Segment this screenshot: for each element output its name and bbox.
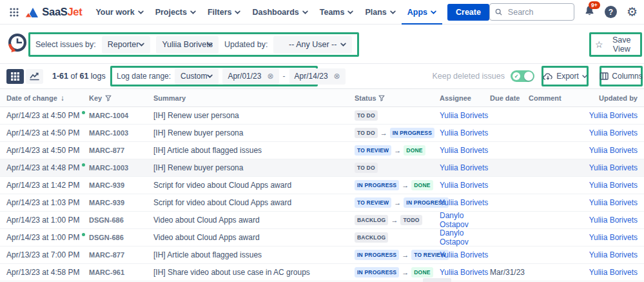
nav-item-apps[interactable]: Apps — [402, 0, 442, 25]
saasjet-logo[interactable]: SaaSJet — [24, 6, 82, 19]
status-cell: TO REVIEW→DONE — [355, 145, 440, 156]
user-selector-dropdown[interactable]: Yuliia Borivets — [156, 36, 219, 54]
chevron-down-icon — [190, 10, 196, 14]
nav-items: Your workProjectsFiltersDashboardsTeamsP… — [90, 0, 442, 25]
status-badge-done: DONE — [411, 267, 433, 277]
assignee-link[interactable]: Yuliia Borivets — [440, 250, 488, 259]
status-badge-done: DONE — [411, 180, 433, 190]
filter-icon[interactable] — [105, 95, 112, 101]
logs-range: 1-61 — [52, 72, 68, 81]
log-table-row[interactable]: Apr/14/23 at 4:50 PMMARC-1004[IH] Renew … — [0, 107, 644, 125]
updated-by-link[interactable]: Yuliia Borivets — [589, 268, 638, 277]
assignee-link[interactable]: Yuliia Borivets — [440, 163, 488, 172]
assignee-cell: Yuliia Borivets — [440, 128, 490, 137]
status-badge-to-do: TO DO — [355, 163, 378, 173]
status-cell: TO DO — [355, 163, 440, 173]
assignee-link[interactable]: Yuliia Borivets — [440, 128, 488, 137]
partial-next-row-badge — [423, 278, 451, 282]
notifications-button[interactable]: 9+ — [584, 5, 595, 19]
nav-item-dashboards[interactable]: Dashboards — [246, 0, 313, 25]
updated-by-link[interactable]: Yuliia Borivets — [589, 198, 638, 207]
column-header-comment[interactable]: Comment — [529, 94, 570, 102]
updated-by-link[interactable]: Yuliia Borivets — [589, 111, 638, 120]
updated-by-link[interactable]: Yuliia Borivets — [589, 233, 638, 242]
updated-by-link[interactable]: Yuliia Borivets — [589, 216, 638, 225]
search-input[interactable] — [507, 7, 569, 17]
status-cell: TO REVIEW→IN PROGRESS — [355, 197, 440, 208]
column-header-date-of-change[interactable]: Date of change↓ — [0, 94, 89, 103]
assignee-link[interactable]: Danylo Ostapov — [440, 228, 469, 247]
assignee-link[interactable]: Yuliia Borivets — [440, 146, 488, 155]
columns-button[interactable]: Columns — [600, 72, 642, 81]
nav-item-teams[interactable]: Teams — [314, 0, 360, 25]
date-from-value: Apr/01/23 — [228, 72, 261, 81]
table-body: Apr/14/23 at 4:50 PMMARC-1004[IH] Renew … — [0, 107, 644, 282]
create-button[interactable]: Create — [447, 4, 489, 21]
column-header-assignee[interactable]: Assignee — [440, 94, 490, 102]
column-header-due-date[interactable]: Due date — [490, 94, 529, 102]
assignee-link[interactable]: Yuliia Borivets — [440, 268, 488, 277]
column-header-key[interactable]: Key — [89, 94, 153, 102]
search-box[interactable] — [489, 3, 574, 21]
status-badge-in-progress: IN PROGRESS — [355, 180, 399, 190]
assignee-link[interactable]: Danylo Ostapov — [440, 211, 469, 229]
settings-gear-icon[interactable]: ⚙ — [627, 6, 638, 18]
log-table-row[interactable]: Apr/13/23 at 4:58 PMMARC-961[IH] Share v… — [0, 264, 644, 281]
help-button[interactable]: ? — [605, 6, 617, 18]
notification-count-badge: 9+ — [589, 1, 600, 10]
nav-item-filters[interactable]: Filters — [202, 0, 247, 25]
updated-by-cell: Yuliia Borivets — [570, 198, 644, 207]
updated-by-link[interactable]: Yuliia Borivets — [589, 146, 638, 155]
app-switcher-icon[interactable] — [6, 4, 21, 21]
date-of-change-cell: Apr/13/23 at 7:00 PM — [0, 250, 89, 259]
date-range-type-dropdown[interactable]: Custom — [175, 68, 219, 85]
assignee-link[interactable]: Yuliia Borivets — [440, 198, 488, 207]
export-label: Export — [556, 72, 579, 81]
chart-view-toggle[interactable] — [26, 69, 43, 84]
updated-by-cell: Yuliia Borivets — [570, 181, 644, 190]
updated-by-link[interactable]: Yuliia Borivets — [589, 181, 638, 190]
column-header-summary[interactable]: Summary — [153, 94, 355, 102]
date-to-field[interactable]: Apr/14/23 ⊗ — [289, 68, 346, 85]
date-of-change-cell: Apr/14/23 at 1:00 PM — [0, 233, 89, 242]
assignee-link[interactable]: Yuliia Borivets — [440, 181, 488, 190]
clear-date-to-icon[interactable]: ⊗ — [334, 72, 340, 80]
log-table-row[interactable]: Apr/14/23 at 4:48 PMMARC-1003[IH] Renew … — [0, 159, 644, 177]
log-table-row[interactable]: Apr/13/23 at 7:00 PMMARC-877[IH] Article… — [0, 247, 644, 264]
search-icon — [495, 8, 502, 16]
assignee-link[interactable]: Yuliia Borivets — [440, 111, 488, 120]
log-table-row[interactable]: Apr/14/23 at 1:03 PMMARC-939Script for v… — [0, 194, 644, 212]
date-from-field[interactable]: Apr/01/23 ⊗ — [222, 68, 278, 85]
export-button[interactable]: Export — [543, 72, 587, 81]
status-cell: BACKLOG — [355, 232, 440, 243]
question-mark-icon: ? — [609, 8, 613, 17]
nav-item-projects[interactable]: Projects — [150, 0, 202, 25]
column-header-updated-by[interactable]: Updated by — [570, 94, 644, 102]
issue-selector-dropdown[interactable]: Reporter — [102, 36, 151, 54]
table-view-toggle[interactable] — [6, 69, 24, 84]
chevron-down-icon — [390, 10, 396, 14]
log-table-row[interactable]: Apr/14/23 at 1:42 PMMARC-939Script for v… — [0, 177, 644, 194]
updated-by-link[interactable]: Yuliia Borivets — [589, 128, 638, 137]
filter-icon[interactable] — [378, 95, 385, 101]
status-badge-todo: TODO — [400, 215, 422, 225]
chevron-down-icon — [139, 43, 144, 46]
log-table-row[interactable]: Apr/14/23 at 4:50 PMMARC-877[IH] Article… — [0, 142, 644, 159]
log-table-row[interactable]: Apr/14/23 at 1:00 PMDSGN-686Video about … — [0, 229, 644, 247]
column-header-status[interactable]: Status — [355, 94, 440, 102]
keep-deleted-issues-toggle[interactable]: ✓ — [511, 70, 534, 82]
log-table-row[interactable]: Apr/14/23 at 1:00 PMDSGN-686Video about … — [0, 212, 644, 229]
log-table-row[interactable]: Apr/14/23 at 4:50 PMMARC-1003[IH] Renew … — [0, 125, 644, 142]
sort-desc-icon[interactable]: ↓ — [61, 94, 64, 103]
updated-by-dropdown[interactable]: -- Any User -- — [273, 36, 352, 54]
save-view-highlight-box: ☆ Save View — [589, 32, 642, 57]
nav-item-plans[interactable]: Plans — [359, 0, 401, 25]
date-of-change-cell: Apr/14/23 at 1:42 PM — [0, 181, 89, 190]
line-chart-icon — [30, 72, 39, 81]
clear-date-from-icon[interactable]: ⊗ — [267, 72, 273, 80]
updated-by-link[interactable]: Yuliia Borivets — [589, 163, 638, 172]
nav-item-your-work[interactable]: Your work — [90, 0, 149, 25]
status-badge-to-do: TO DO — [355, 128, 378, 138]
save-view-button[interactable]: ☆ Save View — [591, 35, 640, 54]
updated-by-link[interactable]: Yuliia Borivets — [589, 250, 638, 259]
